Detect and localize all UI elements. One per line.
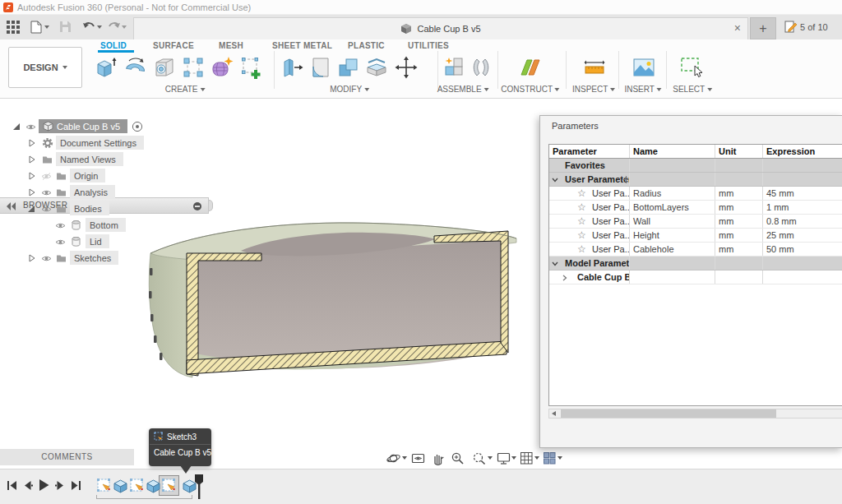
redo-caret-icon[interactable]	[122, 25, 127, 29]
fillet-icon[interactable]	[307, 53, 335, 82]
document-tab[interactable]: Cable Cup B v5 ×	[133, 17, 748, 39]
browser-item-sketches[interactable]: Sketches	[0, 251, 209, 266]
browser-item-origin[interactable]: Origin	[0, 169, 209, 183]
move-icon[interactable]	[392, 53, 420, 82]
file-menu-caret-icon[interactable]	[44, 25, 49, 29]
workspace-selector[interactable]: DESIGN	[8, 47, 82, 88]
group-select[interactable]: SELECT	[673, 85, 712, 94]
insert-image-icon[interactable]	[630, 53, 658, 82]
param-expression[interactable]: 0.8 mm	[763, 215, 842, 228]
horizontal-scrollbar[interactable]	[548, 409, 842, 418]
create-form-icon[interactable]	[208, 53, 236, 82]
param-row[interactable]: ☆User Pa... Wall mm 0.8 mm	[549, 215, 842, 229]
timeline-feature-extrude[interactable]	[146, 478, 161, 493]
param-expression[interactable]: 25 mm	[763, 229, 842, 242]
display-caret-icon[interactable]	[511, 456, 516, 460]
grid-icon[interactable]	[520, 451, 534, 465]
tab-plastic[interactable]: PLASTIC	[348, 41, 385, 50]
group-assemble[interactable]: ASSEMBLE	[437, 85, 489, 94]
param-expression[interactable]: 1 mm	[763, 201, 842, 214]
hole-icon[interactable]	[150, 53, 178, 82]
pan-icon[interactable]	[431, 451, 445, 465]
eye-off-icon[interactable]	[41, 173, 52, 180]
tab-surface[interactable]: SURFACE	[153, 41, 194, 50]
scrollbar-thumb[interactable]	[561, 409, 776, 418]
scroll-left-arrow-icon[interactable]	[552, 411, 556, 416]
viewports-icon[interactable]	[543, 451, 557, 465]
zoom-icon[interactable]	[451, 451, 465, 465]
fit-icon[interactable]	[472, 451, 486, 465]
browser-item-analysis[interactable]: Analysis	[0, 185, 209, 200]
favorite-star-icon[interactable]: ☆	[577, 229, 586, 242]
joint-icon[interactable]	[467, 53, 495, 82]
param-row[interactable]: ☆User Pa... Radius mm 45 mm	[549, 187, 842, 201]
chevron-right-icon[interactable]	[562, 275, 567, 281]
chevron-down-icon[interactable]	[552, 261, 558, 266]
collapsed-arrow-icon[interactable]	[29, 254, 35, 262]
shell-icon[interactable]	[363, 53, 391, 82]
timeline-go-start-icon[interactable]	[7, 480, 17, 491]
comments-bar[interactable]: COMMENTS	[0, 449, 134, 465]
browser-item-bottom[interactable]: Bottom	[0, 218, 209, 233]
timeline-feature-sketch[interactable]	[129, 478, 145, 493]
tab-mesh[interactable]: MESH	[219, 41, 243, 50]
add-user-parameter-cursor-icon[interactable]	[622, 176, 630, 183]
browser-item-lid[interactable]: Lid	[0, 234, 209, 249]
measure-icon[interactable]	[581, 53, 608, 82]
eye-icon[interactable]	[25, 123, 36, 131]
group-construct[interactable]: CONSTRUCT	[501, 85, 559, 94]
chevron-down-icon[interactable]	[552, 178, 558, 183]
eye-icon[interactable]	[41, 206, 52, 213]
tab-utilities[interactable]: UTILITIES	[408, 41, 449, 50]
param-name[interactable]: BottomLayers	[630, 201, 715, 214]
close-tab-icon[interactable]: ×	[734, 21, 741, 35]
display-settings-icon[interactable]	[497, 451, 511, 465]
tab-sheet-metal[interactable]: SHEET METAL	[272, 41, 332, 50]
undo-icon[interactable]	[82, 21, 95, 32]
group-create[interactable]: CREATE	[165, 85, 206, 94]
look-at-icon[interactable]	[411, 451, 425, 465]
version-badge[interactable]: 5 of 10	[784, 21, 828, 33]
orbit-caret-icon[interactable]	[402, 456, 407, 460]
browser-item-document-settings[interactable]: Document Settings	[0, 136, 209, 150]
collapsed-arrow-icon[interactable]	[29, 188, 35, 197]
favorite-star-icon[interactable]: ☆	[577, 215, 586, 228]
timeline-go-end-icon[interactable]	[71, 480, 81, 491]
press-pull-icon[interactable]	[279, 53, 307, 82]
section-favorites[interactable]: Favorites	[549, 159, 842, 173]
panel-resize-pip[interactable]	[209, 200, 213, 211]
timeline-step-forward-icon[interactable]	[55, 480, 66, 491]
expanded-arrow-icon[interactable]	[27, 205, 35, 213]
section-user-parameters[interactable]: User Parameters	[549, 173, 842, 187]
param-row[interactable]: ☆User Pa... BottomLayers mm 1 mm	[549, 201, 842, 215]
section-model-parameters[interactable]: Model Parameters	[549, 257, 842, 270]
favorite-star-icon[interactable]: ☆	[577, 243, 586, 256]
fit-caret-icon[interactable]	[488, 456, 493, 460]
param-name[interactable]: Radius	[630, 187, 715, 200]
param-name[interactable]: Wall	[630, 215, 715, 228]
save-icon[interactable]	[59, 21, 72, 33]
revolve-icon[interactable]	[122, 53, 150, 82]
eye-icon[interactable]	[41, 255, 52, 262]
param-name[interactable]: Height	[630, 229, 715, 242]
eye-icon[interactable]	[55, 222, 66, 229]
activate-component-radio-icon[interactable]	[132, 121, 143, 132]
combine-icon[interactable]	[335, 53, 363, 82]
model-group-row[interactable]: Cable Cup B...	[549, 270, 842, 284]
favorite-star-icon[interactable]: ☆	[577, 187, 586, 200]
collapsed-arrow-icon[interactable]	[29, 172, 35, 180]
extrude-icon[interactable]	[92, 53, 120, 82]
param-expression[interactable]: 50 mm	[763, 243, 842, 256]
collapsed-arrow-icon[interactable]	[29, 139, 35, 147]
select-icon[interactable]	[678, 53, 706, 82]
collapsed-arrow-icon[interactable]	[29, 155, 35, 164]
eye-icon[interactable]	[55, 238, 66, 246]
timeline-feature-sketch[interactable]	[96, 478, 112, 493]
eye-icon[interactable]	[41, 189, 52, 197]
expanded-arrow-icon[interactable]	[12, 123, 21, 131]
timeline-step-back-icon[interactable]	[22, 480, 33, 491]
viewports-caret-icon[interactable]	[557, 456, 562, 460]
timeline-play-icon[interactable]	[38, 479, 50, 492]
timeline-feature-sketch-selected[interactable]	[161, 478, 177, 493]
group-insert[interactable]: INSERT	[624, 85, 661, 94]
